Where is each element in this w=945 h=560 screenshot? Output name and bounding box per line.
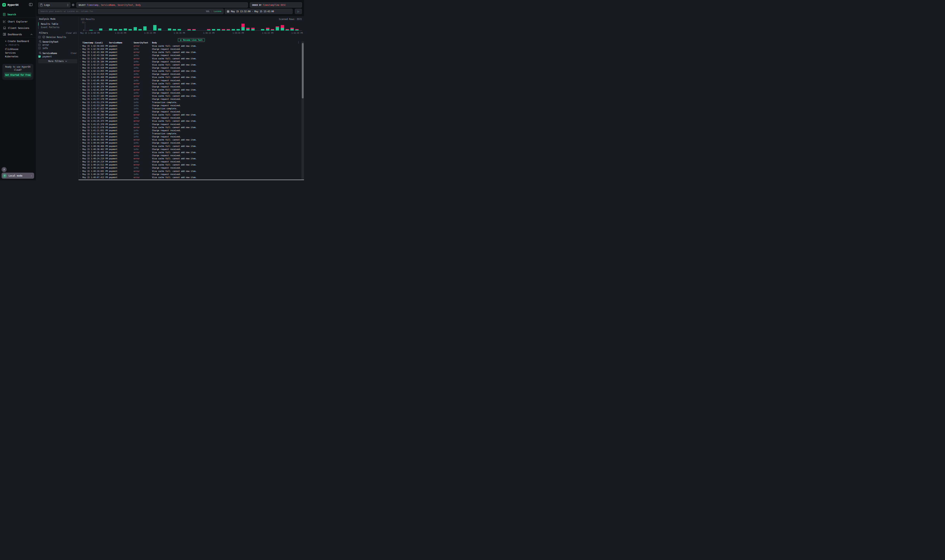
table-row[interactable]: ›May 15 1:42:43.360 PMpaymenterrorVisa c… xyxy=(79,51,301,54)
row-expand-icon[interactable]: › xyxy=(80,151,81,154)
table-row[interactable]: ›May 15 1:40:24.219 PMpaymenterrorVisa c… xyxy=(79,157,301,160)
table-row[interactable]: ›May 15 1:42:01.824 PMpaymenterrorVisa c… xyxy=(79,88,301,91)
row-expand-icon[interactable]: › xyxy=(80,63,81,66)
table-row[interactable]: ›May 15 1:41:57.183 PMpaymenterrorVisa c… xyxy=(79,95,301,98)
checkbox-denoise[interactable] xyxy=(38,36,41,38)
table-row[interactable]: ›May 15 1:40:24.214 PMpaymentinfoCharge … xyxy=(79,160,301,163)
chart-bar[interactable] xyxy=(128,29,132,31)
table-row[interactable]: ›May 15 1:42:13.055 PMpaymenterrorVisa c… xyxy=(79,69,301,73)
create-dashboard-button[interactable]: + Create Dashboard xyxy=(5,40,29,43)
row-expand-icon[interactable]: › xyxy=(80,60,81,63)
chart-bar[interactable] xyxy=(177,29,181,31)
row-expand-icon[interactable]: › xyxy=(80,95,81,98)
row-expand-icon[interactable]: › xyxy=(80,170,81,173)
column-resize-handle[interactable]: ⋮ xyxy=(106,42,108,44)
table-row[interactable]: ›May 15 1:42:04.376 PMpaymentinfoCharge … xyxy=(79,85,301,88)
table-row[interactable]: ›May 15 1:41:14.361 PMpaymentinfoCharge … xyxy=(79,135,301,138)
table-row[interactable]: ›May 15 1:40:26.445 PMpaymenterrorVisa c… xyxy=(79,151,301,154)
filter-option-error[interactable]: error xyxy=(42,44,49,46)
chart-bar[interactable] xyxy=(114,29,117,31)
chart-bar[interactable] xyxy=(207,29,210,31)
column-header-timestamp[interactable]: Timestamp (Local) xyxy=(82,42,103,44)
row-expand-icon[interactable]: › xyxy=(80,45,81,48)
chart-bar[interactable] xyxy=(290,28,294,31)
preset-item-clickhouse[interactable]: Clickhouse xyxy=(5,48,18,51)
get-started-button[interactable]: Get Started for Free xyxy=(4,72,31,77)
column-resize-handle[interactable]: ⋮ xyxy=(131,42,133,44)
row-expand-icon[interactable]: › xyxy=(80,132,81,135)
chart-bar[interactable] xyxy=(158,28,161,31)
chart-bar[interactable] xyxy=(134,27,137,31)
row-expand-icon[interactable]: › xyxy=(80,120,81,123)
row-expand-icon[interactable]: › xyxy=(80,129,81,132)
row-expand-icon[interactable]: › xyxy=(80,176,81,179)
row-expand-icon[interactable]: › xyxy=(80,82,81,85)
row-expand-icon[interactable]: › xyxy=(80,51,81,54)
order-by-input[interactable]: ORDER BY TimestampTime DESC xyxy=(250,2,302,8)
row-expand-icon[interactable]: › xyxy=(80,54,81,57)
chart-bar[interactable] xyxy=(143,26,146,31)
chart-bar[interactable] xyxy=(266,28,269,31)
checkbox-info[interactable] xyxy=(38,47,41,49)
row-expand-icon[interactable]: › xyxy=(80,79,81,82)
checkbox-error[interactable] xyxy=(38,44,41,46)
select-query-input[interactable]: SELECT Timestamp , ServiceName , Severit… xyxy=(76,2,248,8)
table-row[interactable]: ›May 15 1:41:21.678 PMpaymenterrorVisa c… xyxy=(79,126,301,129)
table-row[interactable]: ›May 15 1:41:47.766 PMpaymentinfoCharge … xyxy=(79,110,301,113)
row-expand-icon[interactable]: › xyxy=(80,135,81,138)
chart-bar[interactable] xyxy=(124,28,127,31)
sidebar-item-dashboards[interactable]: Dashboards xyxy=(0,32,36,37)
chart-bar[interactable] xyxy=(192,29,196,31)
scrollbar-thumb[interactable] xyxy=(302,43,304,98)
horizontal-scrollbar[interactable] xyxy=(79,179,304,180)
sidebar-item-client-sessions[interactable]: Client Sessions xyxy=(0,26,36,30)
language-toggle-sql[interactable]: SQL xyxy=(206,10,210,12)
time-range-picker[interactable]: May 15 13:32:00 - May 15 13:43:00 xyxy=(225,9,293,14)
chart-bar[interactable] xyxy=(188,29,191,31)
more-filters-button[interactable]: More filters xyxy=(38,59,77,63)
chart-bar[interactable] xyxy=(89,30,92,31)
help-button[interactable]: ? xyxy=(2,167,6,172)
table-row[interactable]: ›May 15 1:40:14.505 PMpaymentinfoCharge … xyxy=(79,166,301,169)
row-expand-icon[interactable]: › xyxy=(80,123,81,126)
language-toggle-lucene[interactable]: Lucene xyxy=(214,10,221,12)
chart-bar[interactable] xyxy=(232,29,235,31)
chart-bar[interactable] xyxy=(295,29,299,31)
chart-bar[interactable] xyxy=(241,24,245,31)
source-select[interactable]: Logs xyxy=(38,2,70,8)
row-expand-icon[interactable]: › xyxy=(80,101,81,104)
table-row[interactable]: ›May 15 1:41:14.373 PMpaymentinfoTransac… xyxy=(79,132,301,135)
row-expand-icon[interactable]: › xyxy=(80,117,81,120)
collapse-sidebar-icon[interactable] xyxy=(29,3,32,6)
chart-bar[interactable] xyxy=(276,26,279,31)
clear-all-button[interactable]: Clear all xyxy=(66,32,77,34)
row-expand-icon[interactable]: › xyxy=(80,66,81,69)
chart-bar[interactable] xyxy=(261,29,264,31)
vertical-scrollbar[interactable] xyxy=(302,42,304,179)
chart-bar[interactable] xyxy=(217,29,220,31)
presets-toggle[interactable]: PRESETS xyxy=(5,44,20,46)
table-row[interactable]: ›May 15 1:42:05.450 PMpaymentinfoCharge … xyxy=(79,79,301,82)
row-expand-icon[interactable]: › xyxy=(80,73,81,76)
chart-bar[interactable] xyxy=(119,29,122,31)
mode-results-table[interactable]: Results Table xyxy=(38,22,75,26)
row-expand-icon[interactable]: › xyxy=(80,145,81,148)
chart-bar[interactable] xyxy=(251,28,254,31)
row-expand-icon[interactable]: › xyxy=(80,107,81,110)
table-row[interactable]: ›May 15 1:42:36.188 PMpaymenterrorVisa c… xyxy=(79,57,301,60)
gear-icon[interactable]: ⚙ xyxy=(71,3,75,7)
row-expand-icon[interactable]: › xyxy=(80,154,81,157)
table-row[interactable]: ›May 15 1:40:10.597 PMpaymentinfoCharge … xyxy=(79,173,301,176)
filter-option-payment[interactable]: payment xyxy=(42,55,52,58)
table-row[interactable]: ›May 15 1:41:57.178 PMpaymentinfoCharge … xyxy=(79,98,301,101)
table-row[interactable]: ›May 15 1:42:43.336 PMpaymentinfoCharge … xyxy=(79,54,301,57)
chart-bar[interactable] xyxy=(281,25,284,31)
preset-item-services[interactable]: Services xyxy=(5,52,16,54)
chart-bar[interactable] xyxy=(285,29,289,31)
chart-bar[interactable] xyxy=(222,29,225,31)
table-row[interactable]: ›May 15 1:41:21.652 PMpaymentinfoCharge … xyxy=(79,129,301,132)
table-row[interactable]: ›May 15 1:40:26.444 PMpaymentinfoCharge … xyxy=(79,154,301,157)
column-resize-handle[interactable]: ⋮ xyxy=(150,42,151,44)
table-options-icon[interactable]: ⋮ xyxy=(297,41,300,44)
sidebar-item-chart-explorer[interactable]: Chart Explorer xyxy=(0,19,36,24)
